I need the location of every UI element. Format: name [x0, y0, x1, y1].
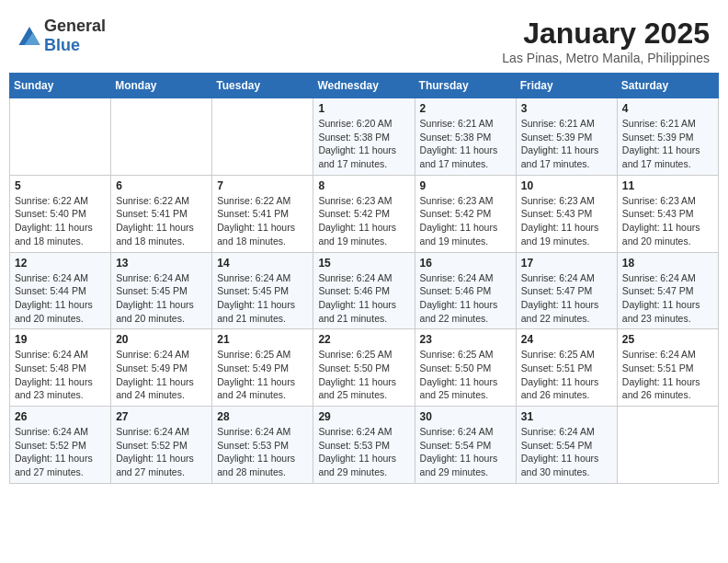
day-number: 18: [622, 257, 713, 270]
weekday-header-wednesday: Wednesday: [313, 74, 415, 98]
day-number: 6: [116, 179, 207, 192]
day-info: Sunrise: 6:21 AMSunset: 5:39 PMDaylight:…: [521, 117, 612, 171]
day-info: Sunrise: 6:22 AMSunset: 5:40 PMDaylight:…: [15, 194, 106, 248]
day-info: Sunrise: 6:21 AMSunset: 5:38 PMDaylight:…: [420, 117, 511, 171]
day-info: Sunrise: 6:23 AMSunset: 5:42 PMDaylight:…: [420, 194, 511, 248]
weekday-header-sunday: Sunday: [10, 74, 111, 98]
logo-general: General: [44, 17, 106, 35]
calendar-cell: 5Sunrise: 6:22 AMSunset: 5:40 PMDaylight…: [10, 175, 111, 252]
calendar-cell: 22Sunrise: 6:25 AMSunset: 5:50 PMDayligh…: [313, 329, 415, 407]
day-info: Sunrise: 6:24 AMSunset: 5:54 PMDaylight:…: [420, 425, 511, 479]
logo-text: General Blue: [44, 17, 106, 55]
page-header: General Blue January 2025 Las Pinas, Met…: [9, 9, 719, 69]
calendar-cell: 13Sunrise: 6:24 AMSunset: 5:45 PMDayligh…: [111, 252, 212, 329]
weekday-header-thursday: Thursday: [415, 74, 516, 98]
calendar-cell: 4Sunrise: 6:21 AMSunset: 5:39 PMDaylight…: [617, 98, 718, 176]
calendar-cell: 27Sunrise: 6:24 AMSunset: 5:52 PMDayligh…: [111, 407, 212, 484]
calendar-cell: 11Sunrise: 6:23 AMSunset: 5:43 PMDayligh…: [617, 175, 718, 252]
title-block: January 2025 Las Pinas, Metro Manila, Ph…: [502, 17, 710, 65]
day-number: 4: [622, 102, 713, 115]
day-info: Sunrise: 6:24 AMSunset: 5:49 PMDaylight:…: [116, 348, 207, 402]
calendar-cell: [212, 98, 313, 176]
calendar-week-1: 1Sunrise: 6:20 AMSunset: 5:38 PMDaylight…: [10, 98, 719, 176]
day-info: Sunrise: 6:24 AMSunset: 5:54 PMDaylight:…: [521, 425, 612, 479]
day-number: 25: [622, 333, 713, 346]
day-info: Sunrise: 6:24 AMSunset: 5:44 PMDaylight:…: [15, 271, 106, 326]
day-info: Sunrise: 6:24 AMSunset: 5:47 PMDaylight:…: [622, 271, 713, 326]
calendar-cell: 1Sunrise: 6:20 AMSunset: 5:38 PMDaylight…: [313, 98, 415, 176]
weekday-header-monday: Monday: [111, 74, 212, 98]
day-info: Sunrise: 6:23 AMSunset: 5:43 PMDaylight:…: [521, 194, 612, 248]
day-number: 19: [15, 333, 106, 346]
calendar-cell: 12Sunrise: 6:24 AMSunset: 5:44 PMDayligh…: [10, 252, 111, 329]
day-number: 5: [15, 179, 106, 192]
calendar-cell: 9Sunrise: 6:23 AMSunset: 5:42 PMDaylight…: [415, 175, 516, 252]
day-number: 28: [217, 410, 308, 423]
day-info: Sunrise: 6:24 AMSunset: 5:46 PMDaylight:…: [318, 271, 409, 326]
day-info: Sunrise: 6:21 AMSunset: 5:39 PMDaylight:…: [622, 117, 713, 171]
calendar-cell: 10Sunrise: 6:23 AMSunset: 5:43 PMDayligh…: [516, 175, 617, 252]
calendar-week-4: 19Sunrise: 6:24 AMSunset: 5:48 PMDayligh…: [10, 329, 719, 407]
day-number: 26: [15, 410, 106, 423]
day-number: 1: [318, 102, 409, 115]
day-info: Sunrise: 6:24 AMSunset: 5:45 PMDaylight:…: [116, 271, 207, 326]
day-number: 13: [116, 257, 207, 270]
day-number: 11: [622, 179, 713, 192]
calendar-header-row: SundayMondayTuesdayWednesdayThursdayFrid…: [10, 74, 719, 98]
calendar-cell: 21Sunrise: 6:25 AMSunset: 5:49 PMDayligh…: [212, 329, 313, 407]
calendar-cell: 31Sunrise: 6:24 AMSunset: 5:54 PMDayligh…: [516, 407, 617, 484]
logo-icon: [18, 27, 40, 45]
day-info: Sunrise: 6:24 AMSunset: 5:52 PMDaylight:…: [15, 425, 106, 479]
calendar-cell: 14Sunrise: 6:24 AMSunset: 5:45 PMDayligh…: [212, 252, 313, 329]
logo-blue: Blue: [44, 36, 80, 54]
calendar-week-2: 5Sunrise: 6:22 AMSunset: 5:40 PMDaylight…: [10, 175, 719, 252]
day-info: Sunrise: 6:24 AMSunset: 5:47 PMDaylight:…: [521, 271, 612, 326]
day-number: 15: [318, 257, 409, 270]
day-info: Sunrise: 6:20 AMSunset: 5:38 PMDaylight:…: [318, 117, 409, 171]
calendar-cell: 17Sunrise: 6:24 AMSunset: 5:47 PMDayligh…: [516, 252, 617, 329]
calendar-cell: [111, 98, 212, 176]
calendar-cell: 2Sunrise: 6:21 AMSunset: 5:38 PMDaylight…: [415, 98, 516, 176]
day-number: 21: [217, 333, 308, 346]
calendar-cell: 28Sunrise: 6:24 AMSunset: 5:53 PMDayligh…: [212, 407, 313, 484]
day-info: Sunrise: 6:22 AMSunset: 5:41 PMDaylight:…: [116, 194, 207, 248]
day-info: Sunrise: 6:25 AMSunset: 5:50 PMDaylight:…: [318, 348, 409, 402]
day-number: 24: [521, 333, 612, 346]
day-info: Sunrise: 6:25 AMSunset: 5:51 PMDaylight:…: [521, 348, 612, 402]
calendar-cell: 6Sunrise: 6:22 AMSunset: 5:41 PMDaylight…: [111, 175, 212, 252]
calendar-cell: 7Sunrise: 6:22 AMSunset: 5:41 PMDaylight…: [212, 175, 313, 252]
day-number: 7: [217, 179, 308, 192]
day-info: Sunrise: 6:24 AMSunset: 5:52 PMDaylight:…: [116, 425, 207, 479]
day-number: 10: [521, 179, 612, 192]
calendar-cell: 3Sunrise: 6:21 AMSunset: 5:39 PMDaylight…: [516, 98, 617, 176]
day-number: 22: [318, 333, 409, 346]
calendar-cell: 26Sunrise: 6:24 AMSunset: 5:52 PMDayligh…: [10, 407, 111, 484]
day-info: Sunrise: 6:24 AMSunset: 5:53 PMDaylight:…: [217, 425, 308, 479]
calendar-cell: 19Sunrise: 6:24 AMSunset: 5:48 PMDayligh…: [10, 329, 111, 407]
location-subtitle: Las Pinas, Metro Manila, Philippines: [502, 51, 710, 65]
day-number: 20: [116, 333, 207, 346]
day-info: Sunrise: 6:24 AMSunset: 5:46 PMDaylight:…: [420, 271, 511, 326]
calendar-cell: 18Sunrise: 6:24 AMSunset: 5:47 PMDayligh…: [617, 252, 718, 329]
month-title: January 2025: [502, 17, 710, 51]
calendar-week-3: 12Sunrise: 6:24 AMSunset: 5:44 PMDayligh…: [10, 252, 719, 329]
day-number: 23: [420, 333, 511, 346]
day-number: 31: [521, 410, 612, 423]
logo: General Blue: [18, 17, 106, 55]
day-number: 27: [116, 410, 207, 423]
calendar-cell: 29Sunrise: 6:24 AMSunset: 5:53 PMDayligh…: [313, 407, 415, 484]
day-number: 30: [420, 410, 511, 423]
calendar-week-5: 26Sunrise: 6:24 AMSunset: 5:52 PMDayligh…: [10, 407, 719, 484]
day-info: Sunrise: 6:22 AMSunset: 5:41 PMDaylight:…: [217, 194, 308, 248]
day-number: 16: [420, 257, 511, 270]
day-number: 29: [318, 410, 409, 423]
weekday-header-tuesday: Tuesday: [212, 74, 313, 98]
day-info: Sunrise: 6:24 AMSunset: 5:45 PMDaylight:…: [217, 271, 308, 326]
day-number: 2: [420, 102, 511, 115]
day-info: Sunrise: 6:24 AMSunset: 5:53 PMDaylight:…: [318, 425, 409, 479]
calendar-cell: 20Sunrise: 6:24 AMSunset: 5:49 PMDayligh…: [111, 329, 212, 407]
calendar-cell: [10, 98, 111, 176]
calendar-cell: 16Sunrise: 6:24 AMSunset: 5:46 PMDayligh…: [415, 252, 516, 329]
day-info: Sunrise: 6:24 AMSunset: 5:51 PMDaylight:…: [622, 348, 713, 402]
day-info: Sunrise: 6:24 AMSunset: 5:48 PMDaylight:…: [15, 348, 106, 402]
